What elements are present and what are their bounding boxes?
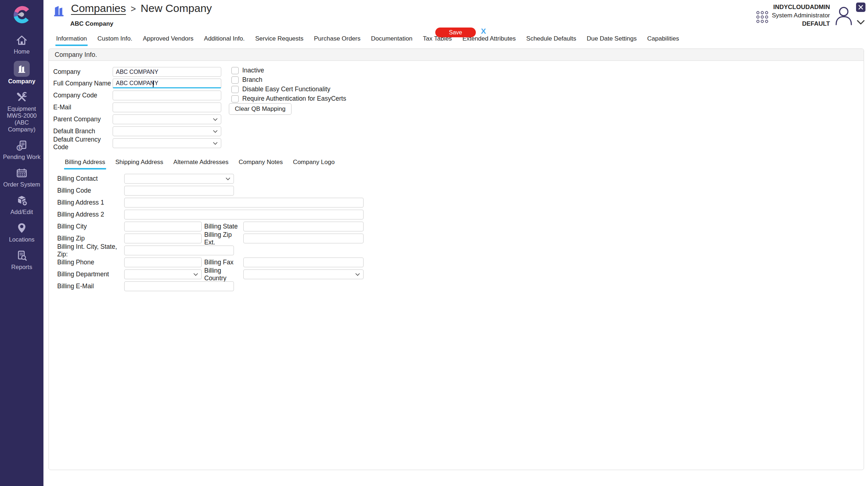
form-row: Billing Code <box>57 186 234 196</box>
tab-capabilities[interactable]: Capabilities <box>646 35 680 46</box>
sidebar-item-label: Pending Work <box>3 154 40 160</box>
chevron-down-icon <box>213 118 218 121</box>
page-title: New Company <box>141 2 212 14</box>
tab-schedule-defaults[interactable]: Schedule Defaults <box>525 35 577 46</box>
sidebar-item-reports[interactable]: Reports <box>0 249 43 271</box>
billing-state-input[interactable] <box>243 222 364 231</box>
checkbox-inactive[interactable]: Inactive <box>231 67 264 74</box>
field-label: Billing Address 2 <box>57 211 124 218</box>
sidebar-item-label: Order System <box>3 181 40 188</box>
tab-billing-address[interactable]: Billing Address <box>64 159 106 169</box>
tab-company-logo[interactable]: Company Logo <box>292 159 335 169</box>
company-input[interactable] <box>113 67 221 77</box>
field-label: Billing City <box>57 223 124 230</box>
checkbox-require-auth-easycerts[interactable]: Require Authentication for EasyCerts <box>231 95 346 102</box>
tab-information[interactable]: Information <box>55 35 88 46</box>
billing-country-dropdown[interactable] <box>243 269 364 279</box>
form-row: Default Branch <box>53 126 221 136</box>
save-button[interactable]: Save <box>435 28 476 37</box>
field-label: Parent Company <box>53 116 113 123</box>
calendar-icon <box>15 166 28 180</box>
form-row: E-Mail <box>53 102 221 112</box>
billing-code-input[interactable] <box>124 186 234 196</box>
tab-additional-info[interactable]: Additional Info. <box>203 35 245 46</box>
sidebar-item-label: Locations <box>9 236 35 243</box>
sidebar-item-label: Home <box>14 48 30 55</box>
sidebar-item-pending-work[interactable]: $ Pending Work <box>0 139 43 160</box>
tab-service-requests[interactable]: Service Requests <box>255 35 304 46</box>
form-row: Parent Company <box>53 114 221 124</box>
box-plus-icon <box>15 194 28 208</box>
form-row: Billing Address 2 <box>57 210 364 219</box>
sidebar-item-label: Equipment MWS-2000 (ABC Company) <box>0 105 43 133</box>
form-row: Billing Zip Billing Zip Ext. <box>57 234 364 243</box>
billing-fax-input[interactable] <box>243 257 364 267</box>
avatar-icon[interactable] <box>833 4 854 26</box>
tools-icon <box>15 91 28 104</box>
company-icon <box>14 61 30 77</box>
billing-email-input[interactable] <box>124 281 234 291</box>
billing-zip-ext-input[interactable] <box>243 234 364 243</box>
checkbox-branch[interactable]: Branch <box>231 76 262 84</box>
form-row: Billing Int. City, State, Zip: <box>57 246 234 255</box>
user-menu-chevron-icon[interactable] <box>856 19 866 26</box>
sidebar-item-company[interactable]: Company <box>0 61 43 85</box>
field-label: Billing Fax <box>204 259 243 266</box>
billing-int-city-state-zip-input[interactable] <box>124 246 234 255</box>
default-currency-code-dropdown[interactable] <box>113 138 221 148</box>
breadcrumb-companies-link[interactable]: Companies <box>71 2 126 14</box>
text-caret <box>153 80 154 87</box>
app-window: Home Company Equipment <box>0 0 868 486</box>
tab-purchase-orders[interactable]: Purchase Orders <box>313 35 361 46</box>
tab-approved-vendors[interactable]: Approved Vendors <box>142 35 194 46</box>
window-close-button[interactable] <box>856 3 865 12</box>
checkbox-disable-easy-cert[interactable]: Disable Easy Cert Functionality <box>231 85 330 93</box>
tab-company-notes[interactable]: Company Notes <box>238 159 284 169</box>
invoice-dollar-icon: $ <box>15 139 28 152</box>
close-icon <box>858 5 863 10</box>
chevron-down-icon <box>355 273 360 276</box>
form-row: Company Code <box>53 91 221 100</box>
billing-address-1-input[interactable] <box>124 198 364 208</box>
company-code-input[interactable] <box>113 91 221 100</box>
billing-department-dropdown[interactable] <box>124 269 202 279</box>
checkbox-label: Branch <box>242 76 262 84</box>
billing-city-input[interactable] <box>124 222 202 231</box>
billing-address-2-input[interactable] <box>124 210 364 219</box>
apps-grid-icon[interactable] <box>755 10 769 24</box>
svg-text:$: $ <box>18 146 21 150</box>
sidebar-item-label: Reports <box>11 264 32 271</box>
sidebar: Home Company Equipment <box>0 0 43 486</box>
form-row: Company <box>53 67 221 77</box>
field-label: Default Branch <box>53 127 113 135</box>
full-company-name-input[interactable] <box>113 79 221 88</box>
billing-contact-dropdown[interactable] <box>124 174 234 184</box>
tab-due-date-settings[interactable]: Due Date Settings <box>586 35 637 46</box>
chevron-down-icon <box>213 130 218 133</box>
sidebar-item-home[interactable]: Home <box>0 33 43 55</box>
parent-company-dropdown[interactable] <box>113 114 221 124</box>
sidebar-item-locations[interactable]: Locations <box>0 221 43 243</box>
tab-documentation[interactable]: Documentation <box>370 35 413 46</box>
clear-qb-mapping-button[interactable]: Clear QB Mapping <box>229 103 292 115</box>
app-logo-icon[interactable] <box>12 5 31 24</box>
field-label: Billing Contact <box>57 175 124 183</box>
default-branch-dropdown[interactable] <box>113 126 221 136</box>
billing-zip-input[interactable] <box>124 234 202 243</box>
sidebar-item-equipment[interactable]: Equipment MWS-2000 (ABC Company) <box>0 91 43 133</box>
tab-shipping-address[interactable]: Shipping Address <box>115 159 164 169</box>
field-label: Billing State <box>204 223 243 230</box>
form-row: Billing Contact <box>57 174 234 184</box>
breadcrumb: Companies > New Company <box>71 2 212 14</box>
user-profile: DEFAULT <box>772 20 830 28</box>
user-info: INDYCLOUDADMIN System Administrator DEFA… <box>772 3 830 28</box>
tab-alternate-addresses[interactable]: Alternate Addresses <box>173 159 229 169</box>
email-input[interactable] <box>113 102 221 112</box>
field-label: Billing Code <box>57 187 124 194</box>
cancel-x-button[interactable]: X <box>481 27 486 35</box>
sidebar-item-order-system[interactable]: Order System <box>0 166 43 188</box>
tab-custom-info[interactable]: Custom Info. <box>97 35 133 46</box>
company-info-panel: Company Info. Company Full Company Name … <box>49 49 864 470</box>
sidebar-item-add-edit[interactable]: Add/Edit <box>0 194 43 215</box>
billing-phone-input[interactable] <box>124 257 202 267</box>
